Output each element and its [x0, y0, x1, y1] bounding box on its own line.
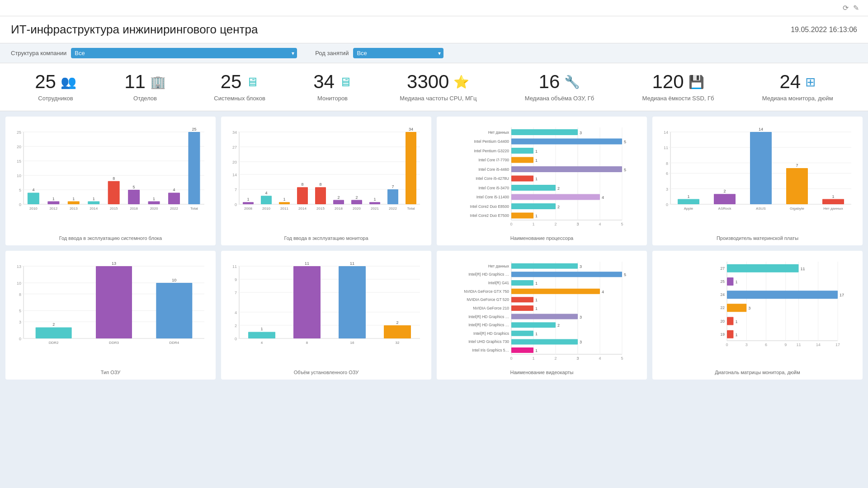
svg-text:11: 11 — [305, 261, 309, 266]
svg-text:7: 7 — [796, 163, 798, 168]
svg-text:2018: 2018 — [130, 206, 138, 211]
svg-text:NVIDIA GeForce 210: NVIDIA GeForce 210 — [473, 306, 509, 310]
kpi-label-5: Медиана объёма ОЗУ, Гб — [525, 95, 594, 102]
svg-text:7: 7 — [235, 188, 237, 192]
svg-rect-35 — [168, 192, 180, 204]
kpi-icon-6: 💾 — [689, 75, 704, 89]
svg-rect-145 — [678, 199, 699, 204]
kpi-number-6: 120 — [652, 72, 684, 91]
svg-text:3: 3 — [576, 356, 579, 361]
svg-text:Intel Core2 Duo E7500: Intel Core2 Duo E7500 — [470, 213, 509, 218]
page-header: ИТ-инфраструктура инжинирингового центра… — [0, 16, 868, 43]
svg-rect-125 — [511, 203, 556, 209]
svg-rect-252 — [511, 339, 578, 344]
svg-text:4: 4 — [602, 290, 604, 294]
svg-rect-29 — [128, 190, 140, 204]
svg-text:1: 1 — [247, 197, 249, 202]
svg-rect-283 — [727, 304, 746, 312]
svg-text:8: 8 — [319, 182, 321, 187]
chart-card-gpu_names: 01233453Нет данных5Intel(R) HD Graphics … — [437, 251, 647, 380]
chart-area-ram_type: 035810132DDR213DDR310DDR4 — [10, 257, 211, 367]
svg-text:2020: 2020 — [353, 206, 361, 211]
svg-text:4: 4 — [599, 356, 601, 361]
svg-text:2018: 2018 — [335, 206, 343, 211]
svg-text:1: 1 — [535, 332, 538, 336]
svg-text:8: 8 — [666, 161, 668, 166]
svg-text:3: 3 — [745, 343, 748, 347]
svg-text:10: 10 — [17, 174, 21, 178]
kpi-icon-1: 🏢 — [150, 75, 166, 89]
svg-text:27: 27 — [232, 145, 237, 150]
svg-rect-174 — [36, 327, 72, 338]
edit-icon[interactable]: ✎ — [853, 4, 859, 12]
svg-text:Intel(R) HD Graphics: Intel(R) HD Graphics — [473, 331, 509, 336]
svg-text:5: 5 — [133, 185, 135, 189]
svg-text:Intel(R) G41: Intel(R) G41 — [488, 281, 509, 285]
svg-text:8: 8 — [19, 292, 21, 297]
svg-rect-203 — [339, 266, 366, 338]
svg-text:0: 0 — [235, 202, 237, 207]
svg-text:5: 5 — [621, 222, 623, 226]
kpi-label-1: Отделов — [133, 95, 157, 102]
kpi-top-0: 25 👥 — [35, 72, 76, 91]
svg-rect-17 — [47, 202, 59, 204]
chart-area-motherboard: 036811141Apple2ASRock14ASUS7Gigabyte1Нет… — [657, 123, 858, 233]
svg-text:1: 1 — [735, 333, 737, 337]
svg-text:1: 1 — [72, 197, 75, 201]
svg-text:27: 27 — [721, 266, 725, 271]
svg-text:14: 14 — [759, 127, 763, 131]
svg-rect-113 — [511, 166, 622, 172]
svg-rect-280 — [727, 291, 838, 299]
svg-text:5: 5 — [19, 188, 21, 192]
svg-text:3: 3 — [748, 306, 750, 310]
svg-text:34: 34 — [409, 127, 413, 131]
svg-text:11: 11 — [232, 264, 237, 269]
filter-structure-wrapper[interactable]: Все — [71, 48, 297, 58]
svg-rect-55 — [243, 202, 254, 204]
filter-structure-label: Структура компании — [11, 50, 66, 56]
filter-occupation-wrapper[interactable]: Все — [353, 48, 443, 58]
svg-text:3: 3 — [580, 131, 582, 135]
chart-title-gpu_names: Наименование видеокарты — [510, 370, 574, 375]
svg-text:8: 8 — [113, 176, 115, 181]
svg-text:2010: 2010 — [262, 206, 270, 211]
kpi-card-6: 120 💾 Медиана ёмкости SSD, Гб — [642, 72, 714, 102]
svg-text:4: 4 — [265, 191, 267, 195]
svg-rect-289 — [727, 330, 733, 338]
filter-occupation-select[interactable]: Все — [353, 48, 443, 58]
svg-rect-79 — [387, 189, 398, 204]
svg-text:2: 2 — [235, 324, 237, 328]
svg-rect-255 — [511, 347, 533, 353]
svg-text:2010: 2010 — [29, 206, 38, 211]
kpi-top-4: 3300 ⭐ — [407, 72, 469, 91]
svg-rect-197 — [248, 332, 275, 338]
svg-text:1: 1 — [535, 177, 538, 181]
svg-text:4: 4 — [261, 341, 263, 345]
svg-text:6: 6 — [765, 343, 767, 347]
svg-text:20: 20 — [17, 145, 21, 149]
svg-text:2: 2 — [355, 195, 358, 200]
svg-text:Нет данных: Нет данных — [823, 206, 843, 211]
filter-structure-select[interactable]: Все — [71, 48, 297, 58]
kpi-label-2: Системных блоков — [214, 95, 265, 102]
refresh-icon[interactable]: ⟳ — [843, 4, 849, 12]
chart-card-ram_type: 035810132DDR213DDR310DDR4 Тип ОЗУ — [5, 251, 216, 380]
svg-rect-76 — [369, 202, 380, 204]
kpi-label-3: Мониторов — [317, 95, 348, 102]
kpi-label-4: Медиана частоты CPU, МГц — [400, 95, 476, 102]
kpi-number-3: 34 — [313, 72, 335, 91]
svg-text:3: 3 — [580, 264, 582, 269]
svg-text:NVIDIA GeForce GT 520: NVIDIA GeForce GT 520 — [467, 297, 509, 302]
svg-rect-20 — [68, 202, 80, 204]
svg-text:13: 13 — [112, 261, 116, 266]
svg-text:9: 9 — [784, 343, 787, 347]
svg-rect-64 — [297, 187, 308, 204]
svg-text:8: 8 — [306, 341, 308, 345]
svg-rect-67 — [315, 187, 326, 204]
svg-text:4: 4 — [599, 222, 601, 226]
chart-title-monitor_diag: Диагональ матрицы монитора, дюйм — [715, 370, 800, 375]
svg-rect-38 — [188, 132, 200, 204]
svg-text:1: 1 — [283, 197, 285, 202]
svg-text:1: 1 — [52, 197, 55, 201]
svg-text:Intel Core i5-4460: Intel Core i5-4460 — [478, 167, 509, 172]
